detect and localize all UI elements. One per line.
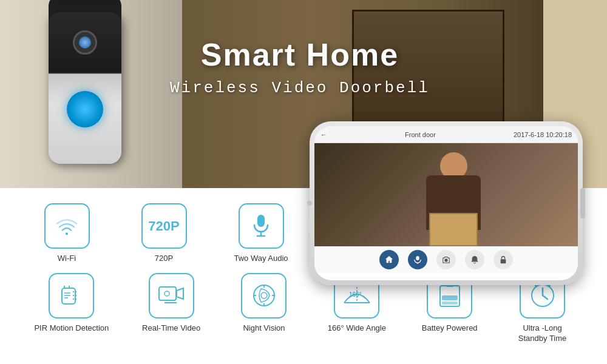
720p-text: 720P xyxy=(148,218,179,234)
mic-icon-wrap xyxy=(239,203,284,249)
svg-point-19 xyxy=(164,291,169,296)
svg-rect-0 xyxy=(416,256,419,260)
doorbell-device xyxy=(49,12,127,176)
ctrl-home-button[interactable] xyxy=(379,250,399,269)
svg-marker-18 xyxy=(177,288,183,299)
pir-label: PIR Motion Detection xyxy=(34,323,109,334)
nightvision-label: Night Vision xyxy=(243,323,285,334)
svg-point-4 xyxy=(66,232,68,235)
svg-text:166°: 166° xyxy=(349,291,362,298)
feature-wifi: Wi-Fi xyxy=(36,203,97,264)
standby-label: Ultra -LongStandby Time xyxy=(518,323,567,344)
feature-two-way-audio: Two Way Audio xyxy=(231,203,291,264)
nightvision-icon-wrap xyxy=(241,273,287,318)
ctrl-bell-button[interactable] xyxy=(465,250,484,269)
phone-statusbar: ← Front door 2017-6-18 10:20:18 xyxy=(314,126,578,143)
phone-speaker-dot xyxy=(307,201,312,206)
phone-back-arrow[interactable]: ← xyxy=(320,131,327,138)
hero-text-block: Smart Home Wireless Video Doorbell xyxy=(170,36,430,97)
svg-rect-33 xyxy=(442,302,458,305)
svg-rect-5 xyxy=(257,215,265,227)
svg-rect-32 xyxy=(442,295,458,300)
720p-icon-wrap: 720P xyxy=(141,203,187,249)
phone-camera-feed xyxy=(314,143,578,246)
svg-rect-17 xyxy=(159,287,176,300)
pir-icon-wrap xyxy=(49,273,94,318)
phone-screen: ← Front door 2017-6-18 10:20:18 xyxy=(314,126,578,280)
feature-nightvision: Night Vision xyxy=(234,273,294,334)
phone-mockup: ← Front door 2017-6-18 10:20:18 xyxy=(310,121,583,291)
720p-label: 720P xyxy=(155,254,173,264)
svg-line-36 xyxy=(543,295,548,299)
ctrl-camera-button[interactable] xyxy=(436,250,456,269)
two-way-audio-label: Two Way Audio xyxy=(234,254,288,264)
svg-rect-3 xyxy=(501,259,506,263)
phone-side-button xyxy=(580,188,585,218)
delivery-person xyxy=(417,152,490,246)
phone-controls-bar xyxy=(314,246,578,273)
wifi-icon-wrap xyxy=(44,203,90,249)
wideangle-label: 166° Wide Angle xyxy=(328,323,386,334)
phone-camera-label: Front door xyxy=(405,131,436,138)
hero-title: Smart Home xyxy=(170,36,430,73)
feature-pir: PIR Motion Detection xyxy=(34,273,109,334)
ctrl-unlock-button[interactable] xyxy=(493,250,513,269)
realtime-label: Real-Time Video xyxy=(142,323,200,334)
svg-point-2 xyxy=(444,258,447,261)
svg-point-22 xyxy=(261,292,267,298)
hero-subtitle: Wireless Video Doorbell xyxy=(170,79,430,97)
video-icon-wrap xyxy=(149,273,194,318)
feature-realtime: Real-Time Video xyxy=(141,273,202,334)
battery-label: Battey Powered xyxy=(422,323,478,334)
feature-720p: 720P 720P xyxy=(134,203,194,264)
phone-timestamp: 2017-6-18 10:20:18 xyxy=(514,131,572,138)
ctrl-mic-button[interactable] xyxy=(408,250,427,269)
wifi-label: Wi-Fi xyxy=(58,254,76,264)
svg-point-21 xyxy=(254,285,274,306)
